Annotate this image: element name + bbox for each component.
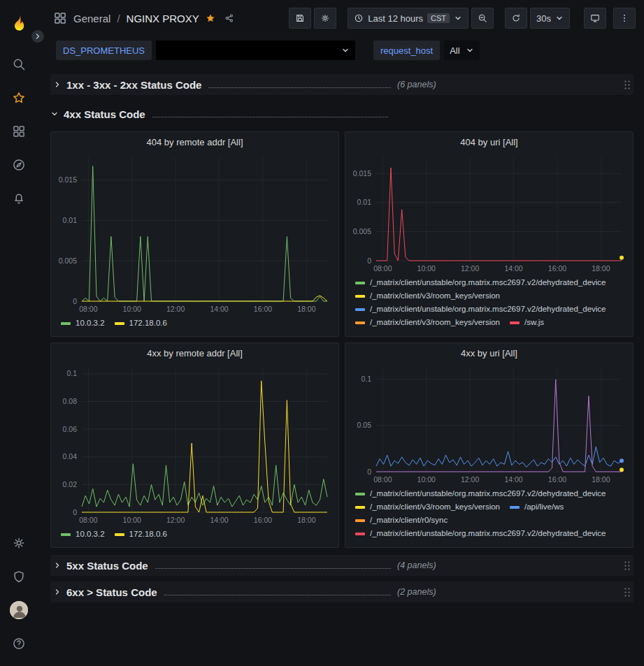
share-dashboard-button[interactable]: [224, 13, 234, 23]
svg-text:18:00: 18:00: [592, 475, 610, 484]
tv-mode-button[interactable]: [584, 8, 606, 29]
legend-item[interactable]: /_matrix/client/unstable/org.matrix.msc2…: [355, 487, 606, 500]
monitor-icon: [590, 13, 600, 23]
chart-canvas[interactable]: 00.020.040.060.080.108:0010:0012:0014:00…: [51, 363, 338, 526]
svg-text:0.06: 0.06: [63, 425, 78, 433]
chart-legend: 10.0.3.2172.18.0.6: [51, 526, 338, 545]
series-swatch: [355, 282, 365, 284]
svg-text:0.005: 0.005: [353, 227, 371, 236]
legend-item[interactable]: /_matrix/client/unstable/org.matrix.msc2…: [355, 276, 606, 289]
sidebar-item-explore[interactable]: [0, 148, 38, 182]
svg-text:12:00: 12:00: [166, 305, 185, 313]
chevron-down-icon: [50, 110, 59, 118]
dotted-leader: [152, 111, 388, 117]
series-swatch: [355, 493, 365, 495]
chevron-down-icon: [341, 46, 350, 55]
row-5xx[interactable]: 5xx Status Code (4 panels): [50, 555, 634, 576]
svg-text:08:00: 08:00: [373, 264, 392, 273]
sidebar-item-alerting[interactable]: [0, 182, 38, 215]
svg-text:0.05: 0.05: [357, 421, 372, 429]
gear-icon: [12, 536, 26, 550]
panel-title[interactable]: 4xx by remote addr [All]: [51, 343, 338, 363]
row-6xx[interactable]: 6xx > Status Code (2 panels): [50, 581, 634, 602]
favorite-star-button[interactable]: [206, 13, 215, 23]
shield-icon: [12, 570, 26, 584]
series-label: /_matrix/client/unstable/org.matrix.msc2…: [370, 489, 606, 498]
panel-title[interactable]: 404 by remote addr [All]: [51, 132, 338, 152]
series-swatch: [355, 533, 365, 535]
series-swatch: [61, 533, 71, 536]
legend-item[interactable]: /api/live/ws: [510, 500, 564, 514]
row-1xx-3xx-2xx[interactable]: 1xx - 3xx - 2xx Status Code (6 panels): [50, 74, 634, 95]
legend-item[interactable]: 172.18.0.6: [115, 317, 167, 330]
sidebar-item-search[interactable]: [0, 48, 38, 81]
series-label: 10.0.3.2: [76, 530, 105, 538]
legend-item[interactable]: 10.0.3.2: [61, 317, 105, 330]
legend-item[interactable]: /_matrix/client/v3/room_keys/version: [355, 316, 500, 329]
sidebar-item-profile[interactable]: [0, 593, 38, 627]
datasource-select[interactable]: [156, 41, 355, 60]
series-label: /sw.js: [524, 318, 544, 326]
series-swatch: [355, 321, 365, 324]
chevron-down-icon: [555, 14, 564, 22]
sidebar-item-server-admin[interactable]: [0, 560, 38, 593]
dashboard-title[interactable]: NGINX PROXY: [127, 13, 199, 24]
dotted-leader: [155, 563, 391, 569]
series-label: /_matrix/client/v3/room_keys/version: [370, 318, 500, 326]
breadcrumb-section[interactable]: General: [73, 13, 110, 24]
row-drag-handle[interactable]: [624, 586, 631, 598]
save-dashboard-button[interactable]: [289, 8, 311, 29]
request-host-select[interactable]: All: [444, 41, 479, 60]
sidebar-item-dashboards[interactable]: [0, 115, 38, 148]
series-label: 10.0.3.2: [76, 319, 105, 327]
svg-text:0.015: 0.015: [353, 169, 371, 178]
series-swatch: [115, 533, 124, 536]
question-circle-icon: [12, 637, 26, 651]
panel-4xx-by-uri: 4xx by uri [All] 00.050.108:0010:0012:00…: [345, 342, 634, 548]
legend-item[interactable]: /sw.js: [510, 316, 544, 329]
svg-text:18:00: 18:00: [297, 305, 315, 313]
row-4xx[interactable]: 4xx Status Code: [50, 103, 634, 124]
svg-text:14:00: 14:00: [210, 305, 228, 313]
variable-label-request-host: request_host: [373, 41, 440, 60]
chart-canvas[interactable]: 00.0050.010.01508:0010:0012:0014:0016:00…: [345, 152, 633, 275]
sidebar-item-configuration[interactable]: [0, 526, 38, 560]
svg-text:14:00: 14:00: [504, 264, 522, 273]
zoom-out-icon: [478, 13, 487, 23]
row-drag-handle[interactable]: [624, 79, 631, 91]
svg-text:16:00: 16:00: [254, 305, 272, 313]
chart-canvas[interactable]: 00.050.108:0010:0012:0014:0016:0018:00: [345, 363, 633, 486]
series-swatch: [115, 322, 124, 325]
panel-title[interactable]: 4xx by uri [All]: [345, 343, 633, 363]
time-range-picker[interactable]: Last 12 hours CST: [348, 8, 468, 29]
sidebar-expand-toggle[interactable]: [31, 30, 44, 43]
legend-item[interactable]: /_matrix/client/unstable/org.matrix.msc2…: [355, 527, 606, 540]
request-host-value: All: [450, 45, 459, 56]
svg-text:12:00: 12:00: [166, 516, 185, 524]
refresh-interval-dropdown[interactable]: 30s: [530, 8, 570, 29]
chevron-right-icon: [53, 80, 62, 89]
panel-title[interactable]: 404 by uri [All]: [345, 132, 633, 152]
breadcrumb: General / NGINX PROXY: [53, 11, 234, 25]
refresh-button[interactable]: [505, 8, 527, 29]
legend-item[interactable]: /_matrix/client/v3/room_keys/version: [355, 289, 500, 303]
dashboard-settings-button[interactable]: [314, 8, 336, 29]
legend-item[interactable]: /_matrix/client/unstable/org.matrix.msc2…: [355, 303, 606, 316]
chart-legend: /_matrix/client/unstable/org.matrix.msc2…: [345, 486, 633, 544]
zoom-out-button[interactable]: [471, 8, 494, 29]
series-swatch: [355, 308, 365, 311]
svg-text:08:00: 08:00: [79, 305, 97, 313]
row-drag-handle[interactable]: [624, 560, 631, 572]
legend-item[interactable]: 172.18.0.6: [115, 528, 167, 541]
legend-item[interactable]: /_matrix/client/v3/room_keys/version: [355, 500, 500, 514]
chart-canvas[interactable]: 00.0050.010.01508:0010:0012:0014:0016:00…: [51, 152, 338, 315]
legend-item[interactable]: /_matrix/client/r0/sync: [355, 514, 448, 527]
legend-item[interactable]: 10.0.3.2: [61, 528, 105, 541]
grafana-flame-icon: [9, 13, 29, 33]
sidebar-item-starred[interactable]: [0, 81, 38, 115]
sidebar-item-help[interactable]: [0, 627, 38, 660]
svg-text:08:00: 08:00: [79, 516, 97, 524]
svg-text:16:00: 16:00: [254, 516, 272, 524]
more-options-button[interactable]: [613, 8, 636, 29]
navbar-actions: Last 12 hours CST 30s: [289, 8, 636, 29]
